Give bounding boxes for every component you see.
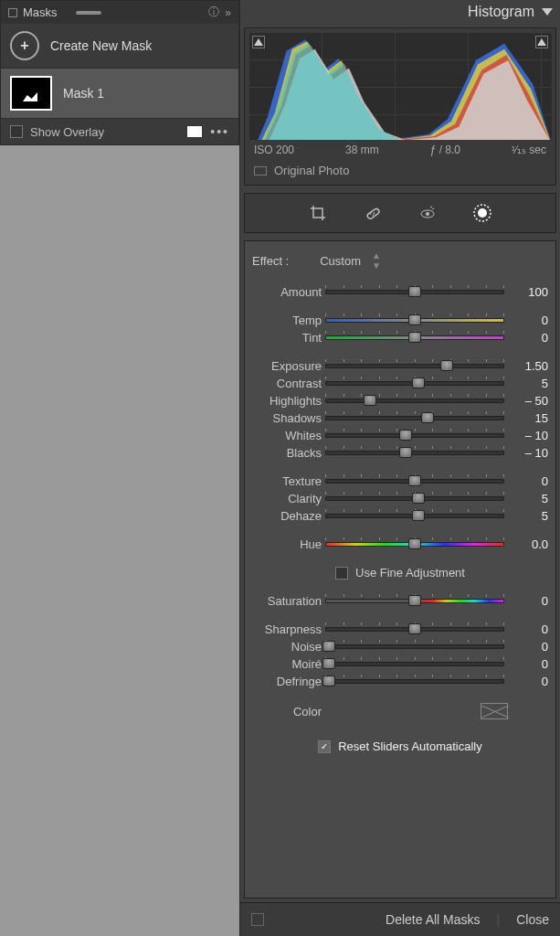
slider-value[interactable]: 0: [508, 675, 548, 688]
slider-knob[interactable]: [421, 412, 434, 423]
slider-track[interactable]: [325, 477, 504, 486]
slider-knob[interactable]: [408, 286, 421, 297]
slider-track[interactable]: [325, 316, 504, 325]
slider-track[interactable]: [325, 414, 504, 423]
slider-value[interactable]: 0.0: [508, 537, 548, 551]
slider-shadows[interactable]: Shadows15: [252, 410, 548, 427]
slider-knob[interactable]: [408, 332, 421, 343]
slider-clarity[interactable]: Clarity5: [252, 490, 548, 507]
slider-track[interactable]: [325, 597, 504, 606]
slider-knob[interactable]: [412, 378, 425, 388]
slider-knob[interactable]: [322, 675, 335, 686]
mask-item[interactable]: Mask 1: [1, 69, 238, 119]
svg-line-6: [432, 208, 434, 209]
slider-knob[interactable]: [322, 658, 335, 669]
slider-sharpness[interactable]: Sharpness0: [252, 621, 548, 638]
heal-tool-icon[interactable]: [363, 203, 383, 223]
help-icon[interactable]: ⓘ: [208, 5, 219, 20]
slider-knob[interactable]: [399, 430, 412, 441]
slider-value[interactable]: 1.50: [508, 359, 548, 373]
slider-saturation[interactable]: Saturation0: [252, 592, 548, 610]
right-panel: Histogram ISO 200 38 mm ƒ / 8.0 ¹⁄₁₅ se: [239, 0, 560, 936]
overlay-color-swatch[interactable]: [186, 125, 203, 138]
slider-value[interactable]: – 10: [508, 446, 548, 460]
reset-sliders-checkbox[interactable]: ✓: [318, 740, 331, 753]
slider-knob[interactable]: [412, 493, 425, 504]
svg-point-4: [426, 212, 429, 216]
masking-tool-icon[interactable]: [472, 203, 492, 223]
slider-track[interactable]: [325, 362, 504, 371]
slider-track[interactable]: [325, 379, 504, 388]
slider-knob[interactable]: [399, 447, 412, 458]
slider-value[interactable]: 100: [508, 285, 548, 299]
slider-value[interactable]: 0: [508, 474, 548, 488]
slider-track[interactable]: [325, 449, 504, 458]
create-new-mask-button[interactable]: + Create New Mask: [1, 24, 238, 69]
slider-noise[interactable]: Noise0: [252, 638, 548, 655]
more-options-icon[interactable]: •••: [210, 124, 229, 139]
slider-exposure[interactable]: Exposure1.50: [252, 357, 548, 375]
slider-blacks[interactable]: Blacks– 10: [252, 444, 548, 462]
effect-preset-dropdown[interactable]: Custom: [320, 254, 361, 268]
slider-track[interactable]: [325, 540, 504, 549]
redeye-tool-icon[interactable]: [417, 203, 438, 223]
expand-icon[interactable]: »: [225, 6, 231, 19]
slider-value[interactable]: 0: [508, 622, 548, 636]
slider-knob[interactable]: [408, 314, 421, 325]
fine-adjustment-checkbox[interactable]: [335, 567, 348, 580]
histogram-header[interactable]: Histogram: [240, 0, 560, 24]
slider-value[interactable]: 0: [508, 640, 548, 654]
crop-tool-icon[interactable]: [308, 203, 328, 223]
slider-track[interactable]: [325, 334, 504, 343]
slider-track[interactable]: [325, 643, 504, 652]
color-swatch-picker[interactable]: [481, 703, 508, 719]
slider-track[interactable]: [325, 512, 504, 521]
slider-track[interactable]: [325, 677, 504, 686]
slider-knob[interactable]: [412, 510, 425, 521]
show-overlay-checkbox[interactable]: [10, 125, 23, 138]
slider-knob[interactable]: [408, 538, 421, 549]
slider-label: Noise: [252, 640, 322, 654]
slider-value[interactable]: 5: [508, 509, 548, 523]
slider-value[interactable]: 0: [508, 657, 548, 671]
slider-value[interactable]: 0: [508, 331, 548, 345]
slider-value[interactable]: 15: [508, 411, 548, 425]
slider-value[interactable]: 5: [508, 377, 548, 390]
slider-contrast[interactable]: Contrast5: [252, 375, 548, 392]
slider-value[interactable]: 0: [508, 594, 548, 608]
histogram-canvas[interactable]: [248, 32, 552, 140]
footer-toggle-icon[interactable]: [251, 913, 264, 926]
slider-defringe[interactable]: Defringe0: [252, 673, 548, 690]
slider-knob[interactable]: [322, 641, 335, 652]
slider-track[interactable]: [325, 288, 504, 297]
slider-temp[interactable]: Temp0: [252, 312, 548, 329]
slider-dehaze[interactable]: Dehaze5: [252, 507, 548, 525]
slider-moire[interactable]: Moiré0: [252, 655, 548, 673]
svg-point-8: [478, 208, 487, 218]
slider-track[interactable]: [325, 431, 504, 441]
slider-value[interactable]: – 10: [508, 429, 548, 442]
slider-value[interactable]: 0: [508, 314, 548, 327]
slider-knob[interactable]: [408, 623, 421, 634]
slider-value[interactable]: 5: [508, 492, 548, 505]
close-button[interactable]: Close: [516, 912, 549, 927]
slider-track[interactable]: [325, 660, 504, 669]
original-photo-checkbox[interactable]: [254, 166, 267, 176]
slider-hue[interactable]: Hue0.0: [252, 536, 548, 553]
slider-amount[interactable]: Amount100: [252, 283, 548, 301]
slider-track[interactable]: [325, 495, 504, 504]
slider-knob[interactable]: [408, 595, 421, 606]
slider-highlights[interactable]: Highlights– 50: [252, 392, 548, 410]
slider-knob[interactable]: [364, 395, 376, 406]
slider-knob[interactable]: [440, 360, 453, 371]
slider-knob[interactable]: [408, 475, 421, 486]
slider-track[interactable]: [325, 625, 504, 634]
slider-whites[interactable]: Whites– 10: [252, 427, 548, 444]
slider-texture[interactable]: Texture0: [252, 473, 548, 490]
slider-track[interactable]: [325, 397, 504, 406]
slider-tint[interactable]: Tint0: [252, 329, 548, 346]
slider-value[interactable]: – 50: [508, 394, 548, 408]
drag-handle[interactable]: [76, 11, 101, 15]
delete-all-masks-button[interactable]: Delete All Masks: [386, 912, 480, 927]
original-photo-row[interactable]: Original Photo: [248, 160, 552, 181]
